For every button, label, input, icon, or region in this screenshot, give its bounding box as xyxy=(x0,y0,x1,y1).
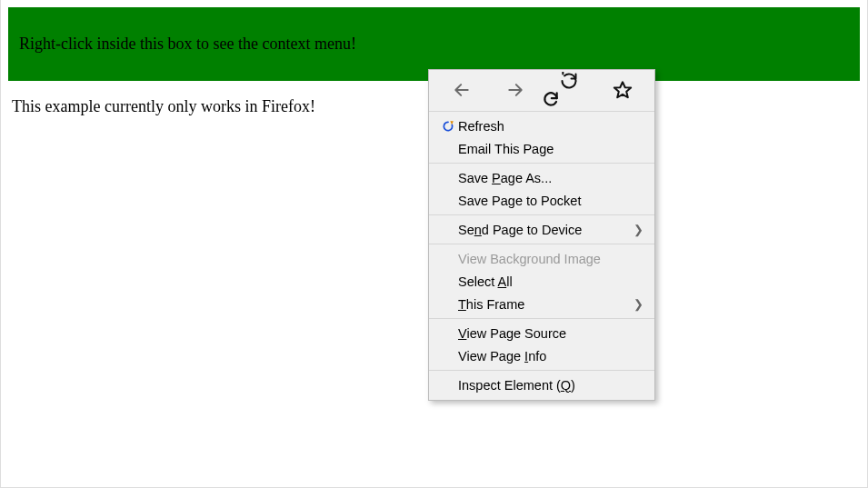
nav-back-button[interactable] xyxy=(449,77,474,103)
svg-marker-3 xyxy=(450,121,454,124)
menu-item-view-page-info[interactable]: View Page Info xyxy=(429,344,654,367)
menu-item-label: Send Page to Device xyxy=(458,223,634,237)
menu-item-this-frame[interactable]: This Frame ❯ xyxy=(429,293,654,315)
arrow-left-icon xyxy=(453,81,471,99)
menu-item-label: View Page Info xyxy=(458,349,645,364)
menu-item-email-page[interactable]: Email This Page xyxy=(429,137,654,160)
menu-item-label: Inspect Element (Q) xyxy=(458,378,645,393)
menu-item-label: Refresh xyxy=(458,119,645,134)
menu-item-view-source[interactable]: View Page Source xyxy=(429,322,654,344)
menu-item-view-bg-image: View Background Image xyxy=(429,247,654,270)
context-target-text: Right-click inside this box to see the c… xyxy=(19,35,356,53)
menu-item-select-all[interactable]: Select All xyxy=(429,270,654,293)
separator xyxy=(429,214,654,215)
context-menu: Refresh Email This Page Save Page As... … xyxy=(428,69,655,401)
chevron-right-icon: ❯ xyxy=(634,297,645,311)
menu-item-label: Select All xyxy=(458,274,645,289)
menu-item-label: View Page Source xyxy=(458,326,645,341)
arrow-right-icon xyxy=(506,81,524,99)
context-nav-row xyxy=(429,70,654,108)
separator xyxy=(429,244,654,244)
menu-item-label: This Frame xyxy=(458,297,634,312)
reload-icon xyxy=(560,72,578,108)
menu-item-save-to-pocket[interactable]: Save Page to Pocket xyxy=(429,189,654,212)
menu-item-label: View Background Image xyxy=(458,252,645,266)
separator xyxy=(429,163,654,164)
separator xyxy=(429,111,654,112)
menu-item-label: Save Page to Pocket xyxy=(458,194,645,208)
menu-item-refresh[interactable]: Refresh xyxy=(429,115,654,137)
separator xyxy=(429,370,654,371)
nav-forward-button[interactable] xyxy=(503,77,528,103)
star-icon xyxy=(613,80,633,100)
separator xyxy=(429,318,654,319)
nav-reload-button[interactable] xyxy=(556,77,582,103)
menu-item-label: Save Page As... xyxy=(458,171,645,185)
svg-marker-2 xyxy=(614,82,630,97)
chevron-right-icon: ❯ xyxy=(634,223,645,236)
refresh-icon xyxy=(438,120,458,133)
menu-item-save-page-as[interactable]: Save Page As... xyxy=(429,166,654,189)
menu-item-send-to-device[interactable]: Send Page to Device ❯ xyxy=(429,218,654,241)
menu-item-label: Email This Page xyxy=(458,142,645,156)
menu-item-inspect-element[interactable]: Inspect Element (Q) xyxy=(429,373,654,396)
nav-bookmark-button[interactable] xyxy=(610,77,635,103)
